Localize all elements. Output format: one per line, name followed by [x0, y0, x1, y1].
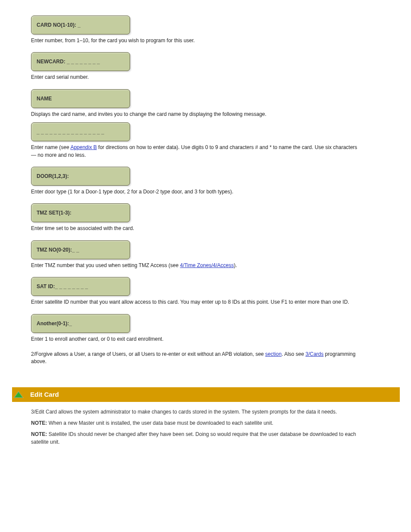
lcd-door: DOOR(1,2,3): — [31, 167, 130, 186]
link-tmz-access[interactable]: 4/Time Zones/4/Access — [180, 262, 234, 268]
lcd-another: Another(0-1):_ — [31, 314, 130, 333]
lcd-name: NAME — [31, 89, 130, 108]
note-label-1: NOTE: — [31, 420, 47, 426]
lcd-newcard: NEWCARD: _ _ _ _ _ _ _ _ — [31, 52, 130, 71]
desc-sat-id: Enter satellite ID number that you want … — [31, 299, 358, 306]
desc-newcard: Enter card serial number. — [31, 74, 358, 81]
note-label-2: NOTE: — [31, 431, 49, 437]
section-header-desc: 3/Edit Card allows the system administra… — [31, 408, 367, 416]
desc-forgive-pre1: 2/Forgive — [31, 351, 54, 357]
lcd-card-no: CARD NO(1-10): _ — [31, 16, 130, 34]
desc-another: Enter 1 to enroll another card, or 0 to … — [31, 336, 358, 343]
desc-name-label: Displays the card name, and invites you … — [31, 111, 358, 118]
note-2-text: Satellite IDs should never be changed af… — [31, 431, 356, 445]
desc-door: Enter door type (1 for a Door-1 type doo… — [31, 188, 358, 196]
link-forgive-section[interactable]: section — [265, 351, 282, 357]
desc-tmz-no-pre: Enter TMZ number that you used when sett… — [31, 262, 180, 268]
lcd-tmz-no: TMZ NO(0-20):_ _ — [31, 240, 130, 259]
desc-forgive-1: allows a User, a range of Users, or all … — [54, 351, 265, 357]
desc-name-blank: Enter name (see Appendix B for direction… — [31, 144, 358, 159]
desc-tmz-no: Enter TMZ number that you used when sett… — [31, 262, 358, 269]
desc-tmz-set: Enter time set to be associated with the… — [31, 225, 358, 232]
desc-forgive-2: . Also see — [282, 351, 305, 357]
collapse-icon[interactable] — [13, 390, 24, 399]
svg-marker-0 — [14, 392, 23, 398]
note-1-text: When a new Master unit is installed, the… — [49, 420, 274, 426]
desc-tmz-no-post: ). — [234, 262, 237, 268]
note-2: NOTE: Satellite IDs should never be chan… — [31, 430, 367, 446]
lcd-name-blank: _ _ _ _ _ _ _ _ _ _ _ _ _ _ _ _ — [31, 122, 130, 141]
lcd-tmz-set: TMZ SET(1-3): — [31, 203, 130, 222]
desc-name-blank-pre: Enter name (see — [31, 144, 70, 150]
desc-forgive: 2/Forgive allows a User, a range of User… — [31, 351, 358, 366]
link-3cards[interactable]: 3/Cards — [305, 351, 324, 357]
desc-card-no: Enter number, from 1–10, for the card yo… — [31, 37, 358, 44]
link-appendix-b[interactable]: Appendix B — [70, 144, 97, 150]
section-header-title: Edit Card — [30, 391, 59, 398]
lcd-sat-id: SAT ID:_ _ _ _ _ _ _ _ — [31, 277, 130, 296]
note-1: NOTE: When a new Master unit is installe… — [31, 419, 367, 427]
section-header-edit-card: Edit Card — [12, 387, 400, 402]
